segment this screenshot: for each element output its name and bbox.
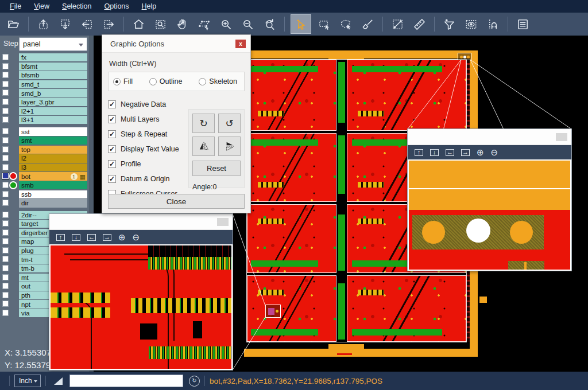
layer-name[interactable]: smd_t xyxy=(19,80,87,88)
layer-name[interactable]: ssb xyxy=(19,190,87,198)
pan-right-icon[interactable] xyxy=(100,15,118,33)
layer-name[interactable]: l3+1 xyxy=(19,116,87,124)
layer-row-ssb[interactable]: ssb xyxy=(0,190,94,198)
ruler-icon[interactable] xyxy=(411,15,428,33)
layer-visibility-checkbox[interactable] xyxy=(2,238,9,244)
layer-name[interactable]: l2 xyxy=(19,154,87,162)
menu-file[interactable]: File xyxy=(3,0,28,13)
rotate-cw-button[interactable]: ↻ xyxy=(192,114,215,133)
layer-visibility-checkbox[interactable] xyxy=(2,81,9,87)
pan-down-icon[interactable] xyxy=(56,15,74,33)
layer-visibility-checkbox[interactable] xyxy=(2,146,9,153)
magnifier-minimize-button[interactable] xyxy=(556,133,567,141)
dialog-titlebar[interactable]: Graphic Options x xyxy=(102,35,250,53)
radio-circle-icon[interactable] xyxy=(199,78,206,85)
checkbox-icon[interactable]: ✓ xyxy=(108,100,116,108)
radio-outline[interactable]: Outline xyxy=(149,77,183,85)
clean-brush-icon[interactable] xyxy=(359,15,377,33)
magnifier-content[interactable] xyxy=(408,159,571,271)
layer-row-dir[interactable]: dir xyxy=(0,199,94,207)
zoom-out-icon[interactable] xyxy=(239,15,257,33)
layer-visibility-checkbox[interactable] xyxy=(2,89,9,96)
layer-visibility-checkbox[interactable] xyxy=(2,220,9,227)
layer-visibility-checkbox[interactable] xyxy=(2,292,9,298)
layer-visibility-checkbox[interactable] xyxy=(2,256,9,262)
select-pointer-icon[interactable] xyxy=(291,14,311,34)
radio-skeleton[interactable]: Skeleton xyxy=(199,77,237,85)
checkbox-icon[interactable]: ✓ xyxy=(108,145,116,153)
close-icon[interactable]: x xyxy=(235,40,246,48)
layer-row-smt[interactable]: smt xyxy=(0,136,94,145)
unit-select[interactable]: Inch xyxy=(14,375,41,387)
layers-panel-icon[interactable] xyxy=(514,15,532,33)
checkbox-row-multi-layers[interactable]: ✓Multi Layers xyxy=(108,112,183,127)
layer-visibility-checkbox[interactable] xyxy=(2,274,9,280)
magnifier-window-corner[interactable]: ↑ ↓ ← → ⊕ ⊖ xyxy=(408,129,571,271)
radio-circle-icon[interactable] xyxy=(149,78,157,85)
pan-right-icon[interactable]: → xyxy=(461,149,470,156)
zoom-previous-icon[interactable] xyxy=(261,15,278,33)
magnifier-window-detail[interactable]: ↑ ↓ ← → ⊕ ⊖ xyxy=(49,214,233,370)
layer-visibility-checkbox[interactable] xyxy=(2,173,9,179)
layer-row-bfsmt[interactable]: bfsmt xyxy=(0,63,94,71)
layer-visibility-checkbox[interactable] xyxy=(2,283,9,289)
layer-name[interactable]: sst xyxy=(19,127,87,135)
layer-row-fx[interactable]: fx xyxy=(0,53,94,61)
reset-button[interactable]: Reset xyxy=(192,161,241,176)
layer-visibility-checkbox[interactable] xyxy=(2,212,9,218)
rotate-ccw-button[interactable]: ↺ xyxy=(218,114,241,133)
step-select[interactable]: panel xyxy=(19,37,87,51)
layer-name[interactable]: smb xyxy=(19,181,87,189)
layer-name[interactable]: dir xyxy=(19,199,87,207)
zoom-in-icon[interactable] xyxy=(217,15,235,33)
magnifier-content[interactable] xyxy=(49,244,233,370)
layer-row-top[interactable]: top xyxy=(0,146,94,154)
layer-row-smd_t[interactable]: smd_t xyxy=(0,80,94,88)
layer-visibility-checkbox[interactable] xyxy=(2,72,9,78)
layer-name[interactable]: l3 xyxy=(19,163,87,171)
layer-visibility-checkbox[interactable] xyxy=(2,200,9,206)
pan-right-icon[interactable]: → xyxy=(103,234,111,241)
zoom-in-icon[interactable]: ⊕ xyxy=(477,148,484,157)
layer-row-bot[interactable]: bot1▦ xyxy=(0,172,94,180)
layer-name[interactable]: top xyxy=(19,146,87,154)
layer-visibility-checkbox[interactable] xyxy=(2,229,9,236)
menu-help[interactable]: Help xyxy=(136,0,163,13)
snap-magnet-icon[interactable] xyxy=(484,15,502,33)
layer-visibility-checkbox[interactable] xyxy=(2,265,9,271)
layer-name[interactable]: fx xyxy=(19,53,87,61)
radio-circle-icon[interactable] xyxy=(113,78,121,85)
history-refresh-icon[interactable]: ↻ xyxy=(189,376,200,387)
layer-visibility-checkbox[interactable] xyxy=(2,99,9,105)
magnifier-titlebar[interactable] xyxy=(408,129,571,145)
select-polygon-icon[interactable] xyxy=(337,15,355,33)
view-eye-icon[interactable] xyxy=(462,15,480,33)
layer-visibility-checkbox[interactable] xyxy=(2,128,9,134)
layer-visibility-checkbox[interactable] xyxy=(2,155,9,161)
pan-left-icon[interactable] xyxy=(78,15,96,33)
menu-view[interactable]: View xyxy=(28,0,56,13)
layer-row-sst[interactable]: sst xyxy=(0,127,94,135)
layer-visibility-checkbox[interactable] xyxy=(2,164,9,170)
zoom-out-icon[interactable]: ⊖ xyxy=(133,233,140,241)
layer-row-l2[interactable]: l2 xyxy=(0,154,94,162)
measure-distance-icon[interactable] xyxy=(389,15,407,33)
pan-up-icon[interactable] xyxy=(34,15,52,33)
filter-icon[interactable] xyxy=(440,15,458,33)
pan-up-icon[interactable]: ↑ xyxy=(415,149,423,156)
magnifier-minimize-button[interactable] xyxy=(217,218,229,226)
step-repeat-grid-icon[interactable]: ▦ xyxy=(80,173,86,180)
layer-row-l3[interactable]: l3 xyxy=(0,163,94,171)
checkbox-icon[interactable]: ✓ xyxy=(108,160,116,168)
layer-name[interactable]: smd_b xyxy=(19,89,87,97)
move-view-icon[interactable] xyxy=(195,15,213,33)
checkbox-icon[interactable]: ✓ xyxy=(108,130,116,138)
magnifier-titlebar[interactable] xyxy=(49,214,233,230)
layer-name[interactable]: bfsmt xyxy=(19,63,87,71)
layer-row-smd_b[interactable]: smd_b xyxy=(0,89,94,97)
checkbox-icon[interactable]: ✓ xyxy=(108,175,116,183)
layer-name[interactable]: bfsmb xyxy=(19,71,87,79)
menu-selection[interactable]: Selection xyxy=(56,0,98,13)
mirror-horizontal-button[interactable] xyxy=(192,136,215,156)
pan-left-icon[interactable]: ← xyxy=(446,149,454,156)
